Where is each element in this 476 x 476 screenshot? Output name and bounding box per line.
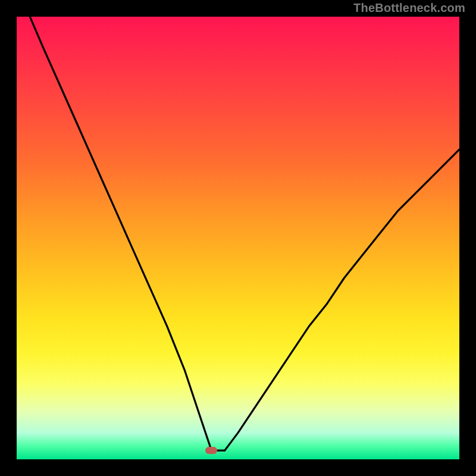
- chart-frame: TheBottleneck.com: [0, 0, 476, 476]
- optimal-point-marker: [205, 447, 217, 454]
- plot-area: [17, 17, 459, 459]
- curve-right-branch: [225, 149, 459, 450]
- bottleneck-curve: [17, 17, 459, 459]
- watermark-text: TheBottleneck.com: [353, 1, 465, 15]
- curve-left-branch: [30, 17, 211, 450]
